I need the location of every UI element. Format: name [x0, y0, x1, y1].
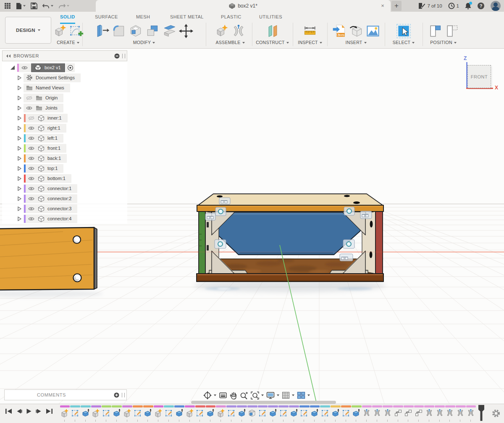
timeline-feature-extrude[interactable] — [112, 405, 122, 422]
browser-item-front-1[interactable]: front:1 — [2, 143, 127, 153]
pan-tool[interactable] — [230, 392, 237, 400]
timeline-feature-joint[interactable] — [383, 405, 393, 422]
browser-item-bottom-1[interactable]: bottom:1 — [2, 173, 127, 183]
timeline-marker[interactable] — [478, 404, 485, 422]
timeline-feature-sketch[interactable] — [226, 405, 237, 422]
timeline-feature-comp[interactable] — [153, 405, 164, 422]
timeline-feature-extrude[interactable] — [289, 405, 299, 422]
grid-settings-tool[interactable] — [282, 392, 294, 399]
eye-icon[interactable] — [26, 186, 36, 191]
expand-comments-icon[interactable] — [114, 392, 119, 398]
timeline-feature-joint[interactable] — [372, 405, 383, 422]
combine-icon[interactable] — [144, 23, 160, 39]
browser-item-connector-2[interactable]: connector:2 — [2, 193, 127, 204]
browser-item-right-1[interactable]: right:1 — [2, 123, 127, 133]
timeline-feature-sketch[interactable] — [133, 405, 143, 422]
select-icon[interactable] — [396, 23, 412, 39]
ribbon-group-label[interactable]: INSERT — [327, 40, 385, 45]
fillet-icon[interactable] — [111, 23, 127, 39]
timeline-feature-extrude[interactable] — [310, 405, 320, 422]
eye-icon[interactable] — [26, 116, 36, 120]
view-cube-front-face[interactable]: FRONT — [467, 65, 491, 88]
ribbon-tab-surface[interactable]: SURFACE — [95, 14, 118, 22]
ribbon-group-label[interactable]: CREATE — [54, 40, 82, 45]
eye-icon[interactable] — [26, 146, 36, 151]
undo-button[interactable] — [41, 1, 55, 11]
insert-svg-icon[interactable]: SVG — [331, 23, 347, 39]
joint-ball-glyph[interactable] — [215, 240, 226, 248]
eye-icon[interactable] — [26, 136, 36, 141]
eye-icon[interactable] — [24, 106, 34, 110]
expand-icon[interactable] — [17, 196, 21, 201]
browser-item-top-1[interactable]: top:1 — [2, 163, 127, 173]
browser-item-joints[interactable]: Joints — [2, 103, 127, 113]
timeline-settings-gear-icon[interactable] — [491, 409, 501, 418]
eye-icon[interactable] — [26, 126, 36, 131]
expand-icon[interactable] — [17, 76, 21, 80]
timeline-feature-sketch[interactable] — [257, 405, 268, 422]
ribbon-group-label[interactable]: MODIFY — [82, 40, 206, 45]
timeline-feature-extrude[interactable] — [143, 405, 153, 422]
timeline-feature-sketch[interactable] — [70, 405, 81, 422]
browser-header[interactable]: BROWSER — [2, 50, 127, 61]
timeline-feature-joint[interactable] — [424, 405, 435, 422]
workspace-selector[interactable]: DESIGN — [5, 17, 51, 44]
document-tab[interactable]: box2 v1* × — [96, 0, 391, 12]
display-settings-tool[interactable] — [266, 392, 279, 399]
app-grid-icon[interactable] — [3, 1, 13, 11]
timeline-feature-comp[interactable] — [122, 405, 133, 422]
timeline-feature-sketch[interactable] — [341, 405, 352, 422]
timeline-feature-cube[interactable] — [247, 405, 257, 422]
timeline-feature-joint[interactable] — [362, 405, 372, 422]
orbit-tool[interactable] — [203, 391, 216, 400]
joint-ball-glyph[interactable] — [215, 207, 226, 216]
ribbon-tab-utilities[interactable]: UTILITIES — [259, 14, 282, 22]
view-cube[interactable]: FRONT Z X — [461, 55, 501, 95]
timeline-scrollbar[interactable] — [191, 401, 336, 404]
save-button[interactable] — [29, 1, 39, 11]
timeline-feature-sketch[interactable] — [299, 405, 310, 422]
timeline-skip-end-button[interactable] — [46, 408, 53, 414]
timeline-feature-extrude[interactable] — [237, 405, 247, 422]
measure-icon[interactable] — [302, 23, 318, 39]
timeline-feature-sketch[interactable] — [164, 405, 174, 422]
new-component-icon[interactable] — [214, 23, 230, 39]
joint-tab-glyph[interactable] — [219, 198, 230, 204]
side-panel-component[interactable] — [0, 227, 97, 290]
timeline-feature-movecopy[interactable] — [393, 405, 404, 422]
panel-drag-handle[interactable] — [122, 54, 125, 58]
ribbon-group-label[interactable]: INSPECT — [293, 40, 327, 45]
timeline-feature-extrude[interactable] — [268, 405, 278, 422]
eye-icon[interactable] — [24, 96, 34, 100]
timeline-feature-comp[interactable] — [216, 405, 226, 422]
expand-icon[interactable] — [17, 206, 21, 211]
timeline-feature-movecopy[interactable] — [403, 405, 414, 422]
ribbon-tab-sheet-metal[interactable]: SHEET METAL — [170, 14, 204, 22]
shell-icon[interactable] — [128, 23, 144, 39]
move-icon[interactable] — [178, 23, 194, 39]
ribbon-tab-plastic[interactable]: PLASTIC — [221, 14, 242, 22]
browser-item-connector-3[interactable]: connector:3 — [2, 204, 127, 214]
browser-item-left-1[interactable]: left:1 — [2, 133, 127, 143]
collapse-panel-icon[interactable] — [6, 54, 11, 58]
timeline-feature-joint[interactable] — [435, 405, 445, 422]
eye-icon[interactable] — [21, 65, 28, 70]
joint-ball-glyph[interactable] — [344, 207, 354, 215]
job-status-button[interactable]: 7 of 10 — [418, 3, 442, 9]
timeline-feature-sketch[interactable] — [278, 405, 289, 422]
timeline-feature-comp[interactable] — [60, 405, 70, 422]
expand-icon[interactable] — [17, 217, 21, 221]
timeline-feature-extrude[interactable] — [81, 405, 91, 422]
eye-icon[interactable] — [26, 176, 36, 181]
ribbon-tab-mesh[interactable]: MESH — [136, 14, 150, 22]
joint-tab-glyph[interactable] — [205, 213, 215, 220]
browser-item-back-1[interactable]: back:1 — [2, 153, 127, 163]
create-sketch-icon[interactable] — [68, 23, 84, 39]
expand-icon[interactable] — [17, 86, 21, 90]
capture-position-icon[interactable] — [427, 23, 443, 39]
timeline-feature-extrude[interactable] — [205, 405, 216, 422]
revert-position-icon[interactable] — [444, 23, 460, 39]
comments-panel[interactable]: COMMENTS — [4, 389, 127, 400]
timeline-step-back-button[interactable] — [16, 408, 22, 414]
expand-icon[interactable] — [17, 136, 21, 141]
